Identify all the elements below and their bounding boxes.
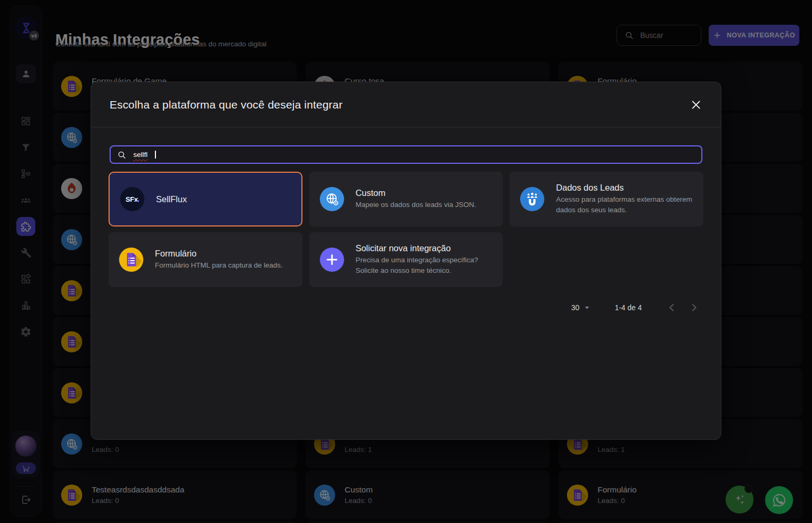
- svg-text:SFx: SFx: [125, 195, 138, 203]
- page-size-value: 30: [571, 303, 580, 312]
- platform-card-formul-rio[interactable]: FormulárioFormulário HTML para captura d…: [109, 232, 302, 287]
- platform-title: Formulário: [155, 249, 283, 259]
- platform-card-dados-dos-leads[interactable]: Dados dos LeadsAcesso para plataformas e…: [510, 172, 703, 226]
- platform-title: Dados dos Leads: [556, 183, 693, 193]
- platform-title: SellFlux: [156, 194, 187, 204]
- next-page-button[interactable]: [688, 302, 700, 313]
- form-icon: [119, 248, 143, 272]
- platform-description: Mapeie os dados dos leads via JSON.: [356, 200, 476, 210]
- platform-card-solicitar-nova-integra-o[interactable]: Solicitar nova integraçãoPrecisa de uma …: [309, 232, 503, 287]
- page-size-select[interactable]: 30: [571, 303, 592, 312]
- platform-description: Precisa de uma integração específica? So…: [356, 255, 493, 275]
- close-modal-button[interactable]: [690, 98, 702, 111]
- sfx-icon: SFx: [120, 187, 144, 211]
- search-query-text: sellfl: [133, 151, 148, 159]
- modal-title: Escolha a plataforma que você deseja int…: [110, 98, 343, 111]
- search-icon: [117, 150, 126, 160]
- chevron-down-icon: [582, 303, 592, 312]
- pagination-range: 1-4 de 4: [615, 303, 642, 312]
- pagination: 30 1-4 de 4: [571, 302, 700, 313]
- platform-modal: Escolha a plataforma que você deseja int…: [91, 82, 721, 440]
- modal-header: Escolha a plataforma que você deseja int…: [91, 82, 721, 127]
- platform-grid: SFxSellFluxCustomMapeie os dados dos lea…: [109, 172, 703, 287]
- platform-description: Formulário HTML para captura de leads.: [155, 260, 283, 271]
- platform-search-input[interactable]: sellfl: [110, 145, 702, 164]
- previous-page-button[interactable]: [666, 302, 678, 313]
- text-cursor: [155, 151, 156, 159]
- plus-icon: [320, 248, 344, 272]
- platform-description: Acesso para plataformas externas obterem…: [556, 194, 693, 215]
- platform-card-custom[interactable]: CustomMapeie os dados dos leads via JSON…: [309, 172, 503, 226]
- platform-card-sellflux[interactable]: SFxSellFlux: [109, 172, 302, 226]
- platform-title: Custom: [356, 188, 476, 198]
- globe-icon: [320, 187, 344, 211]
- platform-title: Solicitar nova integração: [356, 243, 493, 253]
- leads-icon: [520, 187, 544, 211]
